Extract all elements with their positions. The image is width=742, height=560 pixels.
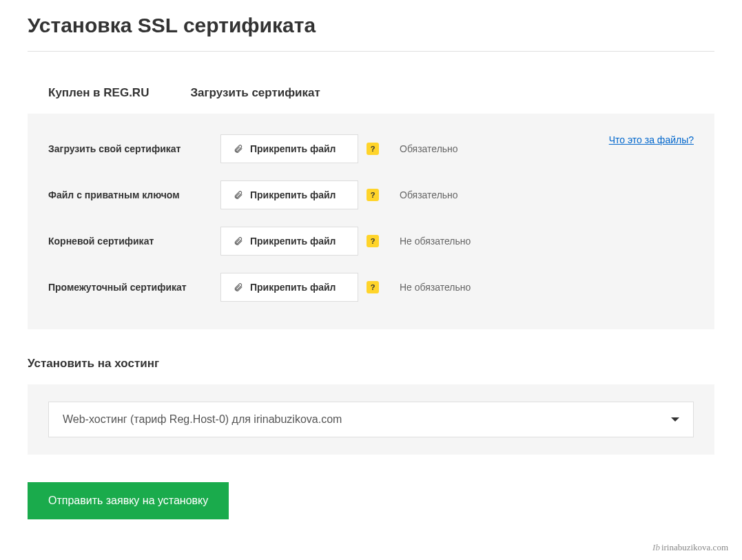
hosting-select-value: Web-хостинг (тариф Reg.Host-0) для irina… [63, 413, 342, 426]
attach-private-key-button[interactable]: Прикрепить файл [220, 180, 358, 209]
row-private-key: Файл с приватным ключом Прикрепить файл … [48, 180, 694, 209]
attach-label: Прикрепить файл [250, 189, 336, 200]
hosting-section-title: Установить на хостинг [28, 357, 714, 371]
label-intermediate-certificate: Промежуточный сертификат [48, 282, 220, 293]
attach-label: Прикрепить файл [250, 282, 336, 293]
label-root-certificate: Корневой сертификат [48, 236, 220, 247]
row-root-certificate: Корневой сертификат Прикрепить файл ? Не… [48, 227, 694, 256]
tab-upload-certificate[interactable]: Загрузить сертификат [169, 72, 340, 114]
hint-required: Обязательно [400, 143, 458, 154]
page-title: Установка SSL сертификата [28, 14, 714, 37]
help-icon[interactable]: ? [367, 189, 379, 201]
hint-optional: Не обязательно [400, 236, 471, 247]
attach-own-certificate-button[interactable]: Прикрепить файл [220, 134, 358, 163]
help-icon[interactable]: ? [367, 143, 379, 155]
label-own-certificate: Загрузить свой сертификат [48, 143, 220, 154]
help-icon[interactable]: ? [367, 235, 379, 247]
attach-intermediate-certificate-button[interactable]: Прикрепить файл [220, 273, 358, 302]
row-own-certificate: Загрузить свой сертификат Прикрепить фай… [48, 134, 694, 163]
tab-bought-regru[interactable]: Куплен в REG.RU [28, 72, 169, 114]
divider [28, 51, 714, 52]
help-link-what-files[interactable]: Что это за файлы? [609, 134, 694, 145]
tabs-container: Куплен в REG.RU Загрузить сертификат [28, 72, 714, 114]
paperclip-icon [234, 190, 243, 200]
paperclip-icon [234, 282, 243, 292]
row-intermediate-certificate: Промежуточный сертификат Прикрепить файл… [48, 273, 694, 302]
hint-required: Обязательно [400, 189, 458, 200]
help-icon[interactable]: ? [367, 281, 379, 293]
hosting-panel: Web-хостинг (тариф Reg.Host-0) для irina… [28, 384, 714, 455]
paperclip-icon [234, 236, 243, 246]
paperclip-icon [234, 144, 243, 154]
label-private-key: Файл с приватным ключом [48, 189, 220, 200]
hint-optional: Не обязательно [400, 282, 471, 293]
attach-label: Прикрепить файл [250, 236, 336, 247]
attach-root-certificate-button[interactable]: Прикрепить файл [220, 227, 358, 256]
chevron-down-icon [671, 417, 679, 422]
hosting-select[interactable]: Web-хостинг (тариф Reg.Host-0) для irina… [48, 402, 694, 437]
upload-form-panel: Что это за файлы? Загрузить свой сертифи… [28, 114, 714, 329]
attach-label: Прикрепить файл [250, 143, 336, 154]
submit-button[interactable]: Отправить заявку на установку [28, 482, 229, 519]
